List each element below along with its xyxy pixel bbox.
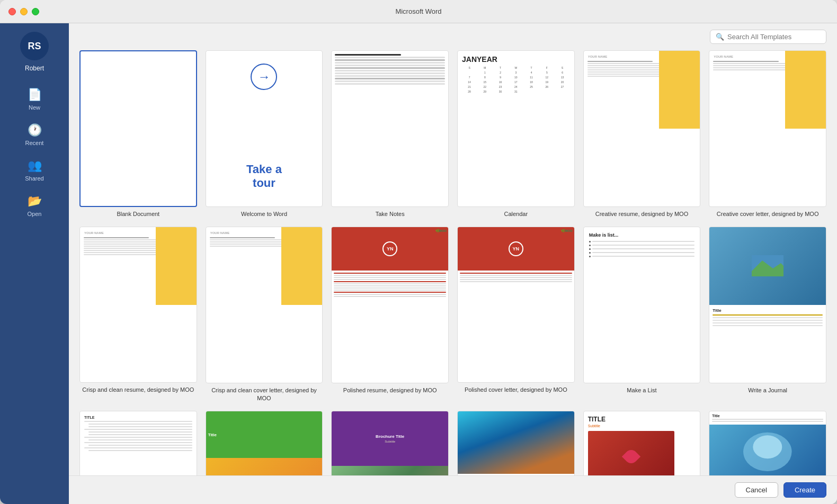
template-flyer[interactable]: For Sale! Flyer — [457, 411, 575, 475]
sidebar-item-shared[interactable]: 👥 Shared — [0, 154, 69, 187]
avatar: RS — [20, 32, 49, 60]
template-calendar[interactable]: JANYEAR SMTWTFS 123456 78910111213 14151… — [457, 50, 575, 218]
template-notes-thumb[interactable] — [331, 50, 449, 207]
template-make-list-thumb[interactable]: Make is list... — [583, 227, 701, 383]
window-title: Microsoft Word — [395, 7, 441, 15]
template-crisp-resume[interactable]: YOUR NAME 🌿MOO — [79, 227, 197, 402]
open-icon: 📂 — [28, 194, 42, 208]
template-crisp-cover[interactable]: YOUR NAME 🌿MOO Crisp — [206, 227, 323, 402]
main-content: 🔍 Blank Document → Take a — [69, 23, 837, 504]
shared-icon: 👥 — [28, 159, 42, 173]
template-creative-cover[interactable]: YOUR NAME 🌿MOO Creati — [709, 50, 826, 218]
polished-cover-header: YN 🌿MOO — [458, 227, 574, 271]
template-notes[interactable]: Take Notes — [331, 50, 449, 218]
template-journal[interactable]: Title Write a Journal — [709, 227, 826, 402]
template-tour-thumb[interactable]: → Take a tour — [206, 50, 323, 207]
newsletter-content: Title — [206, 411, 323, 475]
moo-accent-cover — [785, 51, 826, 129]
template-creative-cover-thumb[interactable]: YOUR NAME 🌿MOO — [709, 50, 826, 207]
crisp-cover-content: YOUR NAME 🌿MOO — [206, 227, 323, 383]
sidebar-item-recent-label: Recent — [25, 140, 44, 146]
sidebar-item-new-label: New — [29, 104, 40, 111]
notes-content — [332, 51, 448, 206]
template-polished-resume-label: Polished resume, designed by MOO — [343, 386, 437, 394]
sidebar: RS Robert 📄 New 🕐 Recent 👥 Shared 📂 Open — [0, 23, 69, 504]
template-polished-cover-label: Polished cover letter, designed by MOO — [465, 386, 567, 394]
search-icon: 🔍 — [716, 33, 724, 41]
sidebar-item-new[interactable]: 📄 New — [0, 83, 69, 116]
template-crisp-resume-thumb[interactable]: YOUR NAME 🌿MOO — [79, 227, 197, 383]
outline-title: TITLE — [84, 416, 192, 419]
search-box[interactable]: 🔍 — [710, 30, 826, 44]
template-polished-cover[interactable]: YN 🌿MOO Polished co — [457, 227, 575, 402]
outline-content: TITLE — [80, 411, 197, 475]
template-creative-resume-thumb[interactable]: YOUR NAME 🌿MOO — [583, 50, 701, 207]
template-journal-thumb[interactable]: Title — [709, 227, 826, 383]
template-crisp-cover-thumb[interactable]: YOUR NAME 🌿MOO — [206, 227, 323, 383]
notes-line-6 — [335, 67, 445, 69]
notes-line-4 — [335, 62, 445, 64]
template-polished-resume[interactable]: YN 🌿MOO — [331, 227, 449, 402]
notes-line-11 — [335, 80, 445, 82]
template-outline[interactable]: TITLE — [79, 411, 197, 475]
creative-cover-content: YOUR NAME 🌿MOO — [709, 51, 826, 206]
journal-content: Title — [709, 227, 826, 383]
template-research[interactable]: Title — [709, 411, 826, 475]
moo-accent — [659, 51, 700, 129]
research-image — [709, 425, 826, 475]
traffic-lights — [8, 8, 39, 15]
search-input[interactable] — [727, 33, 821, 41]
sidebar-item-shared-label: Shared — [25, 175, 43, 182]
sidebar-item-recent[interactable]: 🕐 Recent — [0, 118, 69, 151]
tour-text: Take a tour — [206, 163, 323, 191]
notes-line-8 — [335, 73, 445, 74]
journal-title: Title — [713, 308, 823, 313]
template-brochure[interactable]: Brochure Title Subtitle Brochure — [331, 411, 449, 475]
template-calendar-thumb[interactable]: JANYEAR SMTWTFS 123456 78910111213 14151… — [457, 50, 575, 207]
polished-header: YN 🌿MOO — [332, 227, 448, 271]
template-blank[interactable]: Blank Document — [79, 50, 197, 218]
notes-line-5 — [335, 65, 445, 66]
brochure-content: Brochure Title Subtitle — [332, 411, 448, 475]
cover-title-text: TITLE — [588, 416, 696, 423]
notes-line-12 — [335, 83, 445, 85]
creative-resume-content: YOUR NAME 🌿MOO — [584, 51, 700, 206]
template-make-list[interactable]: Make is list... Make a List — [583, 227, 701, 402]
template-polished-cover-thumb[interactable]: YN 🌿MOO — [457, 227, 575, 383]
minimize-button[interactable] — [20, 8, 28, 15]
template-brochure-thumb[interactable]: Brochure Title Subtitle — [331, 411, 449, 475]
sidebar-item-open[interactable]: 📂 Open — [0, 189, 69, 222]
template-research-thumb[interactable]: Title — [709, 411, 826, 475]
research-title-text: Title — [712, 414, 823, 418]
create-button[interactable]: Create — [783, 482, 826, 498]
template-tour-label: Welcome to Word — [241, 210, 287, 218]
template-polished-resume-thumb[interactable]: YN 🌿MOO — [331, 227, 449, 383]
cover-subtitle-text: Subtitle — [588, 424, 696, 428]
template-tour[interactable]: → Take a tour Welcome to Word — [206, 50, 323, 218]
calendar-content: JANYEAR SMTWTFS 123456 78910111213 14151… — [458, 51, 574, 206]
brochure-image — [332, 466, 448, 475]
cover-toc-content: TITLE Subtitle — [584, 411, 700, 475]
journal-image — [709, 227, 826, 305]
notes-line-7 — [335, 70, 445, 71]
template-newsletter[interactable]: Title Newsletter — [206, 411, 323, 475]
moo-accent-crisp-cover — [281, 227, 322, 305]
recent-icon: 🕐 — [28, 123, 42, 137]
template-blank-label: Blank Document — [117, 210, 159, 218]
tour-arrow-icon: → — [251, 64, 277, 90]
brochure-subtitle-text: Subtitle — [385, 440, 395, 443]
template-outline-thumb[interactable]: TITLE — [79, 411, 197, 475]
template-creative-resume[interactable]: YOUR NAME 🌿MOO — [583, 50, 701, 218]
template-newsletter-thumb[interactable]: Title — [206, 411, 323, 475]
template-calendar-label: Calendar — [504, 210, 528, 218]
template-blank-thumb[interactable] — [79, 50, 197, 207]
template-cover-toc-thumb[interactable]: TITLE Subtitle — [583, 411, 701, 475]
template-flyer-thumb[interactable]: For Sale! — [457, 411, 575, 475]
template-cover-toc[interactable]: TITLE Subtitle Paper wit — [583, 411, 701, 475]
cancel-button[interactable]: Cancel — [735, 482, 778, 498]
research-content: Title — [709, 411, 826, 475]
fullscreen-button[interactable] — [32, 8, 39, 15]
close-button[interactable] — [8, 8, 16, 15]
sidebar-item-open-label: Open — [28, 211, 42, 217]
polished-resume-content: YN 🌿MOO — [332, 227, 448, 383]
